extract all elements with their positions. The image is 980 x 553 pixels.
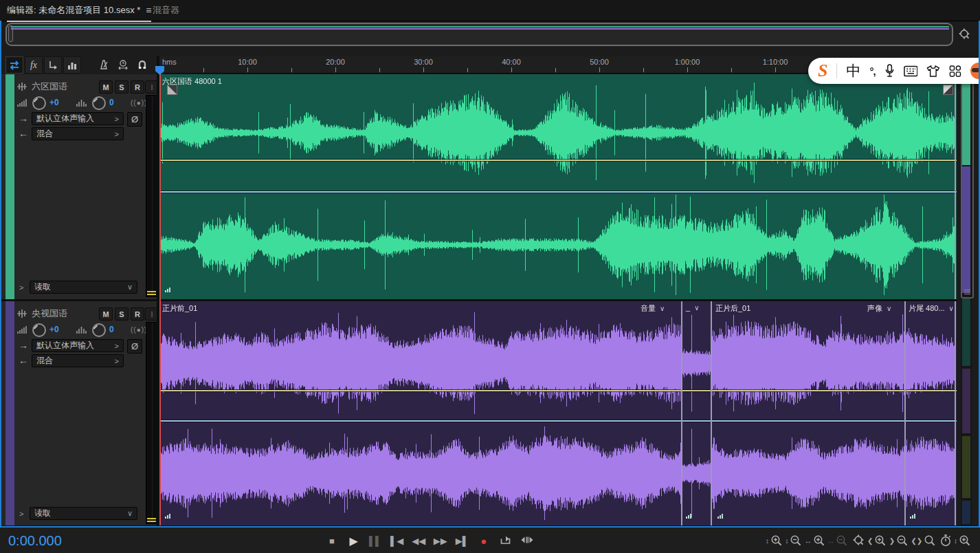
track1-volume-value[interactable]: +0: [49, 98, 59, 107]
zoom-navigator-bar[interactable]: [5, 23, 953, 46]
nudge-icon[interactable]: [115, 56, 131, 72]
track1-pan-value[interactable]: 0: [109, 98, 114, 107]
track2-solo-button[interactable]: S: [115, 307, 129, 321]
track1-color-strip[interactable]: [5, 74, 14, 299]
move-tool-button[interactable]: [5, 56, 23, 74]
ime-menu-grid-icon[interactable]: [949, 65, 961, 78]
track2-pan-envelope[interactable]: [159, 420, 957, 422]
navigator-track1-line: [11, 26, 949, 28]
keyboard-icon[interactable]: [904, 65, 918, 77]
rewind-button[interactable]: ◀◀: [411, 536, 426, 546]
clip-envelope-selector[interactable]: _∨: [686, 303, 699, 312]
track2-automation-value: 读取: [34, 508, 51, 519]
track2-input-select[interactable]: 默认立体声输入 >: [32, 339, 124, 352]
fade-in-handle[interactable]: [167, 85, 177, 95]
routing-button[interactable]: [44, 56, 62, 74]
clip-right-edge[interactable]: [955, 301, 956, 525]
track1-pan-knob[interactable]: [92, 96, 106, 110]
zoom-controls: ↕↕↔↔❮❯❮❯↕: [766, 528, 972, 553]
vertical-track-navigator[interactable]: [961, 74, 972, 525]
zoom-full-button[interactable]: ↕: [954, 534, 972, 547]
fade-out-handle[interactable]: [943, 85, 953, 95]
track1-solo-button[interactable]: S: [115, 80, 129, 94]
track2-volume-knob[interactable]: [32, 323, 46, 337]
pause-button[interactable]: ▌▌: [368, 536, 383, 546]
tab-editor[interactable]: 编辑器: 未命名混音项目 10.sesx * ≡: [7, 0, 151, 22]
track2-mute-button[interactable]: M: [99, 307, 113, 321]
loop-playback-button[interactable]: [498, 534, 513, 547]
track2-color-strip[interactable]: [5, 301, 14, 525]
track2-arm-button[interactable]: R: [131, 307, 144, 321]
track2-volume-value[interactable]: +0: [49, 325, 59, 334]
clip-boundary[interactable]: [711, 301, 712, 525]
stop-button[interactable]: ■: [324, 536, 339, 546]
skip-selection-button[interactable]: [520, 535, 535, 547]
clip-gain-icon[interactable]: [686, 514, 691, 519]
zoom-out-amplitude-button[interactable]: ↕: [785, 534, 803, 547]
track1-clip[interactable]: 六区国语 48000 1: [159, 74, 957, 299]
automation-collapse-icon[interactable]: >: [19, 283, 23, 292]
play-button[interactable]: ▶: [346, 534, 361, 547]
clip-gain-icon[interactable]: [165, 514, 170, 519]
clip-label[interactable]: 正片前_01: [162, 303, 197, 314]
zoom-to-selection-button[interactable]: ❮❯: [911, 534, 937, 547]
metronome-icon[interactable]: [96, 56, 111, 72]
track2-clips[interactable]: 正片前_01 音量∨ _∨ 正片后_01 声像∨ 片尾 480...∨: [159, 301, 957, 525]
navigator-zoom-reset-icon[interactable]: [957, 28, 972, 43]
effects-rack-button[interactable]: fx: [25, 56, 43, 74]
track1-arm-button[interactable]: R: [131, 80, 144, 94]
track2-output-select[interactable]: 混合 >: [32, 354, 124, 367]
track1-output-select[interactable]: 混合 >: [32, 127, 124, 140]
clip-boundary[interactable]: [681, 301, 682, 525]
automation-collapse-icon[interactable]: >: [19, 510, 23, 518]
track2-volume-envelope[interactable]: [159, 390, 957, 391]
clip-label[interactable]: 正片后_01: [715, 303, 750, 314]
clip-gain-icon[interactable]: [165, 288, 170, 292]
ime-mode-chinese[interactable]: 中: [846, 61, 860, 80]
track1-input-select[interactable]: 默认立体声输入 >: [32, 112, 124, 125]
track2-automation-mode-select[interactable]: 读取 ∨: [30, 507, 137, 520]
playhead-line[interactable]: [159, 69, 161, 525]
skin-tshirt-icon[interactable]: [926, 65, 940, 78]
zoom-in-time-button[interactable]: ↔: [805, 534, 826, 547]
timer-button[interactable]: [939, 534, 953, 547]
clip-right-edge[interactable]: [955, 74, 956, 299]
magnet-snap-icon[interactable]: [135, 56, 150, 72]
track2-pan-knob[interactable]: [92, 323, 106, 337]
track2-phase-button[interactable]: Ø: [127, 339, 142, 354]
clip-envelope-selector[interactable]: 声像∨: [867, 303, 891, 314]
track1-mute-button[interactable]: M: [99, 80, 113, 94]
zoom-out-time-button[interactable]: ↔: [827, 534, 849, 547]
track2-name[interactable]: 央视国语: [32, 307, 67, 320]
record-button[interactable]: ●: [476, 535, 491, 547]
zoom-to-in-point-button[interactable]: ❮: [867, 534, 887, 547]
zoom-reset-button[interactable]: [851, 534, 866, 547]
track2-pan-value[interactable]: 0: [109, 325, 114, 334]
track1-automation-mode-select[interactable]: 读取 ∨: [30, 281, 137, 294]
track1-name[interactable]: 六区国语: [32, 80, 67, 93]
zoom-to-out-point-button[interactable]: ❯: [889, 534, 909, 547]
track1-phase-button[interactable]: Ø: [127, 112, 142, 127]
time-display[interactable]: 0:00.000: [8, 533, 62, 549]
ime-logo[interactable]: S: [818, 61, 827, 81]
clip-gain-icon[interactable]: [910, 514, 915, 519]
minimap-thumb[interactable]: [961, 74, 974, 299]
smart-monitor-icon[interactable]: ((●)): [131, 326, 147, 334]
fast-forward-button[interactable]: ▶▶: [433, 536, 448, 546]
clip-label[interactable]: 片尾 480...∨: [909, 303, 954, 314]
metering-button[interactable]: [63, 56, 81, 74]
clip-gain-icon[interactable]: [717, 514, 723, 519]
microphone-icon[interactable]: [884, 63, 895, 78]
clip-envelope-selector[interactable]: 音量∨: [641, 303, 665, 314]
zoom-in-amplitude-button[interactable]: ↕: [766, 534, 783, 547]
go-to-next-button[interactable]: ▶▌: [454, 536, 469, 546]
track1-volume-knob[interactable]: [32, 96, 46, 110]
tab-mixer[interactable]: 混音器: [153, 0, 179, 21]
panel-menu-icon[interactable]: ≡: [146, 5, 151, 16]
go-to-previous-button[interactable]: ▌◀: [390, 536, 405, 546]
clip-boundary[interactable]: [904, 301, 906, 525]
ime-punctuation-icon[interactable]: °,: [869, 65, 875, 77]
track1-pan-envelope[interactable]: [159, 191, 957, 193]
smart-monitor-icon[interactable]: ((●)): [131, 99, 147, 107]
track1-volume-envelope[interactable]: [159, 160, 957, 161]
